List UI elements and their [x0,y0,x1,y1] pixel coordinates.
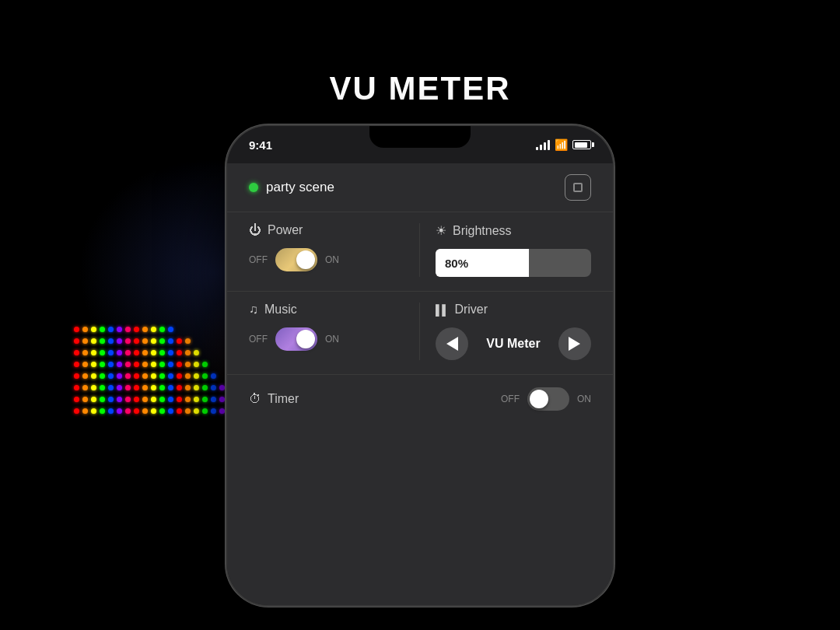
led-dot [151,362,156,367]
status-time: 9:41 [249,138,272,152]
led-dot [82,408,88,414]
led-dot [142,362,148,367]
power-on-label: ON [325,254,339,265]
led-dot [100,338,105,344]
next-driver-button[interactable] [558,327,591,360]
led-dot [194,362,199,367]
led-dot [151,397,156,402]
led-dot [134,327,139,332]
led-dot [91,362,96,367]
prev-driver-button[interactable] [436,327,468,360]
timer-toggle[interactable] [527,387,569,411]
music-driver-section: ♫ Music OFF ON ▌▌ Driver [227,292,613,375]
wifi-icon: 📶 [555,138,568,151]
led-dot [74,397,79,402]
led-dot [100,408,105,414]
led-dot [202,362,208,367]
timer-off-label: OFF [501,394,520,404]
led-dot [185,338,191,344]
led-dot [74,350,79,355]
status-icons: 📶 [536,138,591,151]
led-dot [168,373,173,379]
timer-label-row: ⏱ Timer [249,392,299,406]
led-dot [74,327,79,332]
driver-column: ▌▌ Driver VU Meter [420,303,591,360]
timer-label: Timer [268,392,299,406]
led-dot [125,338,131,344]
status-bar: 9:41 📶 [227,126,613,163]
led-dot [185,350,191,355]
led-dot [117,338,122,344]
led-dot [211,373,216,379]
power-label-row: ⏻ Power [249,223,404,237]
led-dot [194,373,199,379]
music-label: Music [264,303,297,317]
driver-label-row: ▌▌ Driver [436,303,591,317]
led-dot [194,397,199,402]
brightness-track: 80% [436,249,591,277]
brightness-label: Brightness [453,224,512,238]
led-dot [134,350,139,355]
brightness-value: 80% [445,257,468,270]
led-dot [108,397,114,402]
led-dot [168,408,173,414]
led-dot [82,397,88,402]
led-dot [91,373,96,379]
power-off-label: OFF [249,254,268,265]
led-dot [185,362,191,367]
led-dot [125,350,131,355]
led-dot [168,397,173,402]
active-indicator [249,183,258,192]
led-dot [142,373,148,379]
led-dot [142,350,148,355]
led-dot [177,350,182,355]
led-dot [151,327,156,332]
led-row [74,350,242,355]
led-dot [117,350,122,355]
led-dot [91,397,96,402]
led-row [74,408,242,414]
power-toggle[interactable] [275,248,317,271]
led-dot [82,362,88,367]
led-dot [142,408,148,414]
signal-bars-icon [536,140,550,150]
stop-button[interactable] [565,174,591,201]
led-dot [125,397,131,402]
led-dot [168,327,173,332]
led-dot [177,373,182,379]
brightness-column: ☀ Brightness 80% [420,223,591,277]
led-dot [117,327,122,332]
led-dot [202,385,208,390]
led-dot [108,385,114,390]
led-dot [108,327,114,332]
led-dot [100,385,105,390]
led-dot [108,362,114,367]
timer-icon: ⏱ [249,392,261,406]
led-dot [134,362,139,367]
driver-controls: VU Meter [436,327,591,360]
stop-icon [573,183,583,192]
led-dot [185,397,191,402]
music-toggle[interactable] [275,327,317,351]
led-dot [177,385,182,390]
led-dot [125,373,131,379]
timer-toggle-row: OFF ON [501,387,591,411]
led-dot [202,408,208,414]
led-dot [74,408,79,414]
led-dot [159,373,165,379]
led-dot [202,373,208,379]
power-label: Power [268,223,303,237]
led-dot [134,385,139,390]
led-dot [117,397,122,402]
led-dot [159,338,165,344]
led-dot [100,373,105,379]
led-dot [194,350,199,355]
led-dot [151,385,156,390]
music-on-label: ON [325,334,339,345]
led-dot [159,327,165,332]
music-off-label: OFF [249,334,268,345]
led-dot [177,338,182,344]
brightness-slider[interactable]: 80% [436,249,591,277]
led-dot [177,397,182,402]
power-toggle-row: OFF ON [249,248,404,271]
